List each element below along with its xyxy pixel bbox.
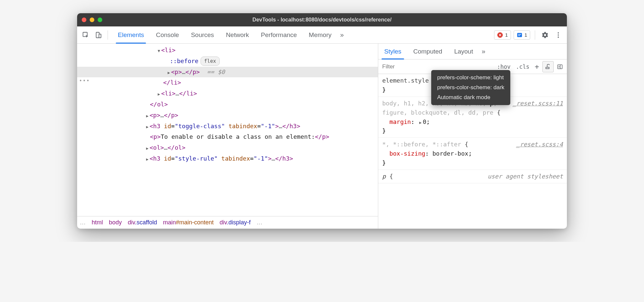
tab-computed[interactable]: Computed [407,44,448,59]
errors-badge[interactable]: 1 [494,30,511,40]
svg-rect-4 [517,33,522,37]
popover-item[interactable]: Automatic dark mode [431,93,510,102]
rule-source-label: user agent stylesheet [487,172,563,181]
dom-node[interactable]: ::beforeflex [77,56,378,67]
styles-tabs-overflow-icon[interactable]: » [479,48,488,55]
breadcrumb-item[interactable]: main#main-content [163,219,213,226]
tab-performance[interactable]: Performance [255,26,303,43]
rule[interactable]: user agent stylesheet p { [378,170,567,183]
dom-node[interactable]: ▶<h3 id="toggle-class" tabindex="-1">…</… [77,121,378,132]
maximize-icon[interactable] [98,18,102,22]
rule-source-link[interactable]: _reset.scss:11 [513,99,563,108]
main-tabs: Elements Console Sources Network Perform… [112,26,346,43]
tab-network[interactable]: Network [220,26,255,43]
tab-console[interactable]: Console [150,26,185,43]
divider [535,30,535,40]
svg-rect-6 [518,35,520,36]
issues-count: 1 [525,32,527,38]
inspect-icon[interactable] [80,30,91,40]
main-toolbar: Elements Console Sources Network Perform… [77,26,567,44]
dom-tree[interactable]: ••• ▼<li> ::beforeflex ▶<p>…</p> == $0 <… [77,44,378,216]
more-menu-icon[interactable] [553,30,564,40]
selected-row-ellipsis-icon[interactable]: ••• [79,78,90,84]
styles-panel: Styles Computed Layout » :hov .cls + [378,44,567,229]
window-controls [82,18,102,22]
dom-node-selected[interactable]: ▶<p>…</p> == $0 [77,67,378,78]
dom-node[interactable]: </ol> [77,99,378,110]
breadcrumb-item[interactable]: div.scaffold [128,219,157,226]
rendering-emulations-popover: prefers-color-scheme: light prefers-colo… [431,70,510,105]
issues-badge[interactable]: 1 [514,30,530,40]
elements-panel: ••• ▼<li> ::beforeflex ▶<p>…</p> == $0 <… [77,44,378,229]
window-title: DevTools - localhost:8080/docs/devtools/… [77,17,567,23]
svg-point-7 [558,32,559,33]
dom-node[interactable]: ▶<p>…</p> [77,110,378,121]
error-icon [497,32,503,38]
issue-icon [517,32,523,38]
add-rule-button[interactable]: + [533,61,541,72]
svg-rect-5 [518,34,521,35]
tab-sources[interactable]: Sources [185,26,220,43]
minimize-icon[interactable] [90,18,94,22]
close-icon[interactable] [82,18,86,22]
flex-badge[interactable]: flex [201,57,220,66]
popover-item[interactable]: prefers-color-scheme: dark [431,83,510,93]
computed-sidebar-toggle-icon[interactable] [555,62,565,71]
svg-point-9 [558,36,559,38]
breadcrumb-overflow-right[interactable]: … [256,219,262,226]
styles-filter-input[interactable] [378,63,495,70]
breadcrumb-overflow-left[interactable]: … [80,219,86,226]
titlebar: DevTools - localhost:8080/docs/devtools/… [77,13,567,26]
rendering-emulations-button[interactable] [542,61,554,72]
breadcrumb-item[interactable]: body [109,219,122,226]
tabs-overflow-icon[interactable]: » [338,31,346,39]
styles-tabs: Styles Computed Layout » [378,44,567,59]
selected-indicator: == $0 [207,68,225,75]
breadcrumb-item[interactable]: html [92,219,103,226]
tab-elements[interactable]: Elements [112,26,150,43]
dom-node[interactable]: </li> [77,77,378,88]
tab-layout[interactable]: Layout [448,44,479,59]
dom-node[interactable]: <p>To enable or disable a class on an el… [77,132,378,142]
dom-node[interactable]: ▶<h3 id="style-rule" tabindex="-1">…</h3… [77,153,378,164]
svg-rect-2 [99,34,101,38]
breadcrumb: … html body div.scaffold main#main-conte… [77,216,378,229]
rule[interactable]: _reset.scss:4 *, *::before, *::after { b… [378,138,567,170]
svg-point-8 [558,34,559,36]
popover-item[interactable]: prefers-color-scheme: light [431,73,510,83]
dom-node[interactable]: ▶<li>…</li> [77,88,378,99]
divider [108,30,108,40]
breadcrumb-item[interactable]: div.display-f [220,219,251,226]
tab-memory[interactable]: Memory [303,26,338,43]
tab-styles[interactable]: Styles [378,44,407,59]
cls-toggle[interactable]: .cls [514,62,531,71]
dom-node[interactable]: ▶<ol>…</ol> [77,142,378,153]
device-toggle-icon[interactable] [93,30,104,40]
rule-source-link[interactable]: _reset.scss:4 [516,140,563,149]
devtools-window: DevTools - localhost:8080/docs/devtools/… [77,13,567,229]
errors-count: 1 [505,32,508,38]
settings-icon[interactable] [540,30,550,40]
dom-node[interactable]: ▼<li> [77,45,378,56]
